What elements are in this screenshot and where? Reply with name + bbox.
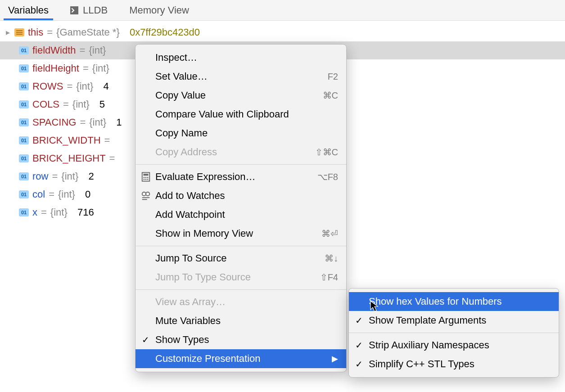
menu-label: Copy Address bbox=[155, 146, 217, 158]
var-name: this bbox=[28, 27, 43, 38]
menu-label: Evaluate Expression… bbox=[155, 171, 256, 183]
var-type: {int} bbox=[61, 171, 78, 182]
int-icon: 01 bbox=[19, 154, 29, 162]
var-type: {int} bbox=[72, 99, 90, 110]
shortcut: ⌘↓ bbox=[325, 253, 338, 264]
menu-inspect[interactable]: Inspect… bbox=[136, 48, 346, 67]
tab-lldb[interactable]: LLDB bbox=[66, 0, 112, 20]
menu-label: Copy Value bbox=[155, 90, 206, 101]
menu-label: Inspect… bbox=[155, 52, 197, 63]
var-value: 2 bbox=[88, 171, 94, 182]
var-type: {int} bbox=[89, 45, 106, 56]
var-value: 4 bbox=[103, 81, 108, 92]
submenu-show-hex[interactable]: Show hex Values for Numbers bbox=[349, 292, 559, 311]
int-icon: 01 bbox=[19, 64, 29, 72]
var-name: col bbox=[32, 189, 45, 200]
chevron-right-icon[interactable]: ▸ bbox=[5, 27, 11, 37]
var-equals: = bbox=[83, 63, 89, 74]
var-name: row bbox=[32, 171, 48, 182]
menu-mute-variables[interactable]: Mute Variables bbox=[136, 311, 346, 330]
menu-label: Add Watchpoint bbox=[155, 209, 225, 221]
var-name: SPACING bbox=[32, 117, 76, 128]
submenu-simplify-stl[interactable]: ✓Simplify C++ STL Types bbox=[349, 355, 559, 374]
svg-point-8 bbox=[147, 179, 149, 180]
tab-variables-label: Variables bbox=[8, 5, 49, 16]
var-type: {int} bbox=[89, 117, 106, 128]
var-value: 716 bbox=[77, 207, 94, 218]
svg-point-9 bbox=[142, 192, 146, 196]
menu-separator bbox=[136, 289, 346, 290]
menu-set-value[interactable]: Set Value…F2 bbox=[136, 67, 346, 86]
svg-point-5 bbox=[147, 177, 149, 178]
var-row-this[interactable]: ▸ this = {GameState *} 0x7ff29bc423d0 bbox=[0, 23, 565, 41]
menu-copy-address: Copy Address⇧⌘C bbox=[136, 143, 346, 162]
menu-show-memory[interactable]: Show in Memory View⌘⏎ bbox=[136, 224, 346, 243]
object-icon bbox=[14, 28, 24, 36]
svg-point-6 bbox=[144, 179, 145, 180]
svg-point-7 bbox=[145, 179, 147, 180]
var-type: {int} bbox=[76, 81, 93, 92]
tab-lldb-label: LLDB bbox=[83, 5, 108, 16]
var-equals: = bbox=[80, 45, 86, 56]
shortcut: ⌘C bbox=[323, 90, 338, 101]
int-icon: 01 bbox=[19, 172, 29, 180]
check-icon: ✓ bbox=[142, 334, 149, 345]
menu-label: Copy Name bbox=[155, 127, 208, 139]
menu-evaluate-expression[interactable]: Evaluate Expression…⌥F8 bbox=[136, 167, 346, 186]
shortcut: ⇧⌘C bbox=[315, 147, 338, 158]
shortcut: ⌘⏎ bbox=[321, 228, 338, 239]
var-value: 1 bbox=[116, 117, 122, 128]
var-type: {int} bbox=[50, 207, 68, 218]
menu-label: Set Value… bbox=[155, 71, 208, 82]
menu-separator bbox=[136, 246, 346, 246]
svg-point-10 bbox=[146, 192, 149, 196]
watches-icon bbox=[141, 191, 151, 201]
menu-show-types[interactable]: ✓Show Types bbox=[136, 330, 346, 349]
var-equals: = bbox=[52, 171, 58, 182]
var-name: COLS bbox=[32, 99, 59, 110]
var-name: fieldWidth bbox=[32, 45, 76, 56]
menu-add-watchpoint[interactable]: Add Watchpoint bbox=[136, 205, 346, 224]
tab-memory-view[interactable]: Memory View bbox=[125, 0, 194, 20]
var-name: ROWS bbox=[32, 81, 63, 92]
var-equals: = bbox=[80, 117, 86, 128]
check-icon: ✓ bbox=[355, 315, 363, 326]
menu-copy-name[interactable]: Copy Name bbox=[136, 124, 346, 143]
submenu-show-template-args[interactable]: ✓Show Template Arguments bbox=[349, 311, 559, 330]
menu-label: Add to Watches bbox=[155, 190, 225, 202]
menu-label: Strip Auxiliary Namespaces bbox=[369, 339, 489, 351]
var-name: fieldHeight bbox=[32, 63, 79, 74]
console-icon bbox=[70, 6, 78, 14]
var-name: BRICK_HEIGHT bbox=[32, 153, 106, 164]
submenu-strip-aux-namespaces[interactable]: ✓Strip Auxiliary Namespaces bbox=[349, 336, 559, 355]
svg-rect-2 bbox=[144, 174, 149, 176]
var-value: 0 bbox=[85, 189, 90, 200]
int-icon: 01 bbox=[19, 190, 29, 198]
menu-label: Simplify C++ STL Types bbox=[369, 358, 475, 370]
menu-copy-value[interactable]: Copy Value⌘C bbox=[136, 86, 346, 105]
var-value: 0x7ff29bc423d0 bbox=[130, 27, 200, 38]
menu-add-watches[interactable]: Add to Watches bbox=[136, 186, 346, 205]
menu-customize-presentation[interactable]: Customize Presentation▶ bbox=[136, 349, 346, 368]
int-icon: 01 bbox=[19, 136, 29, 144]
tab-variables[interactable]: Variables bbox=[4, 0, 53, 20]
check-icon: ✓ bbox=[355, 359, 363, 369]
tab-bar: Variables LLDB Memory View bbox=[0, 0, 565, 21]
svg-point-3 bbox=[144, 177, 145, 178]
menu-compare-clipboard[interactable]: Compare Value with Clipboard bbox=[136, 105, 346, 124]
menu-separator bbox=[349, 333, 559, 333]
menu-jump-source[interactable]: Jump To Source⌘↓ bbox=[136, 249, 346, 268]
calculator-icon bbox=[141, 172, 151, 182]
svg-point-4 bbox=[145, 177, 147, 178]
shortcut: ⇧F4 bbox=[320, 272, 338, 283]
var-equals: = bbox=[67, 81, 72, 92]
menu-separator bbox=[136, 164, 346, 165]
menu-label: Jump To Source bbox=[155, 252, 227, 264]
context-submenu: Show hex Values for Numbers ✓Show Templa… bbox=[348, 288, 559, 378]
int-icon: 01 bbox=[19, 118, 29, 126]
var-equals: = bbox=[104, 135, 110, 146]
menu-label: Mute Variables bbox=[155, 315, 221, 327]
var-value: 5 bbox=[99, 99, 105, 110]
menu-label: View as Array… bbox=[155, 296, 226, 308]
var-name: BRICK_WIDTH bbox=[32, 135, 101, 146]
